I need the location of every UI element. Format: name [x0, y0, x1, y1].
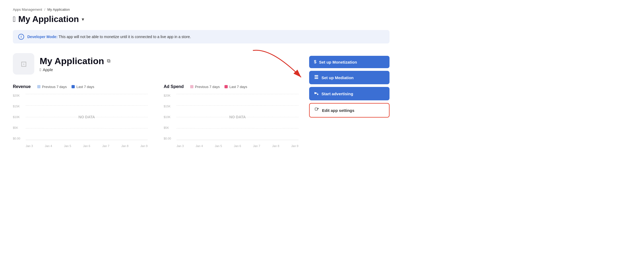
grid-line-4 [26, 128, 148, 129]
adspend-legend-last: Last 7 days [224, 85, 247, 89]
platform-apple-icon:  [40, 67, 41, 72]
adspend-chart-title: Ad Spend [164, 84, 184, 89]
breadcrumb-separator: / [44, 8, 45, 12]
adspend-prev-label: Previous 7 days [195, 85, 220, 89]
adspend-chart-header: Ad Spend Previous 7 days Last 7 days [164, 84, 298, 89]
setup-mediation-button[interactable]: Set up Mediation [309, 71, 390, 84]
adspend-x-jan3: Jan 3 [177, 144, 184, 148]
adspend-y-5k: $5K [164, 126, 175, 129]
adspend-legend: Previous 7 days Last 7 days [190, 85, 247, 89]
platform-name: Apple [43, 67, 53, 72]
revenue-last-label: Last 7 days [76, 85, 94, 89]
charts-row: Revenue Previous 7 days Last 7 days [13, 84, 298, 148]
adspend-y-0: $0.00 [164, 137, 175, 140]
mediation-label: Set up Mediation [321, 75, 354, 80]
revenue-legend-last: Last 7 days [72, 85, 94, 89]
grid-line-1 [26, 94, 148, 94]
external-link-icon[interactable]: ⧉ [107, 58, 110, 64]
adspend-grid-4 [177, 128, 298, 129]
monetization-icon: $ [314, 60, 316, 64]
app-name: My Application ⧉ [40, 56, 110, 66]
revenue-y-5k: $5K [13, 126, 24, 129]
banner-text: Developer Mode: This app will not be abl… [27, 35, 191, 39]
adspend-x-labels: Jan 3 Jan 4 Jan 5 Jan 6 Jan 7 Jan 8 Jan … [177, 144, 298, 148]
adspend-x-jan7: Jan 7 [253, 144, 260, 148]
app-name-text: My Application [40, 56, 104, 66]
adspend-plot-area: NO DATA [177, 94, 298, 140]
adspend-no-data: NO DATA [229, 115, 246, 119]
monetization-label: Set up Monetization [319, 60, 357, 64]
svg-rect-1 [314, 75, 318, 76]
breadcrumb: Apps Management / My Application [13, 8, 390, 12]
svg-rect-3 [314, 78, 318, 79]
app-info-row: ⊡ My Application ⧉  Apple [13, 53, 298, 75]
revenue-chart-header: Revenue Previous 7 days Last 7 days [13, 84, 148, 89]
app-icon-placeholder: ⊡ [21, 60, 27, 68]
breadcrumb-parent[interactable]: Apps Management [13, 8, 42, 12]
actions-section: $ Set up Monetization Set up Mediation [309, 53, 390, 118]
adspend-y-15k: $15K [164, 105, 175, 108]
adspend-chart-canvas: $20K $15K $10K $5K $0.00 NO DATA [164, 94, 298, 148]
revenue-x-labels: Jan 3 Jan 4 Jan 5 Jan 6 Jan 7 Jan 8 Jan … [26, 144, 148, 148]
adspend-chart-section: Ad Spend Previous 7 days Last 7 days [164, 84, 298, 148]
revenue-y-10k: $10K [13, 115, 24, 119]
revenue-y-15k: $15K [13, 105, 24, 108]
app-name-section: My Application ⧉  Apple [40, 56, 110, 72]
revenue-x-jan5: Jan 5 [64, 144, 71, 148]
apple-logo-icon:  [13, 15, 16, 24]
revenue-y-labels: $20K $15K $10K $5K $0.00 [13, 94, 24, 140]
grid-line-2 [26, 105, 148, 106]
advertising-label: Start advertising [321, 91, 353, 96]
revenue-no-data: NO DATA [78, 115, 95, 119]
revenue-y-0: $0.00 [13, 137, 24, 140]
revenue-x-jan6: Jan 6 [83, 144, 90, 148]
revenue-x-jan8: Jan 8 [121, 144, 129, 148]
revenue-legend-prev: Previous 7 days [37, 85, 67, 89]
revenue-x-jan4: Jan 4 [45, 144, 52, 148]
page-title-row:  My Application ▾ [13, 14, 390, 24]
revenue-chart-title: Revenue [13, 84, 31, 89]
edit-icon [314, 107, 319, 113]
revenue-chart-section: Revenue Previous 7 days Last 7 days [13, 84, 148, 148]
adspend-last-dot [224, 85, 228, 88]
adspend-x-jan9: Jan 9 [291, 144, 298, 148]
adspend-grid-2 [177, 105, 298, 106]
breadcrumb-current: My Application [47, 8, 70, 12]
edit-app-settings-button[interactable]: Edit app settings [309, 103, 390, 118]
svg-rect-5 [315, 108, 317, 110]
main-content: ⊡ My Application ⧉  Apple [13, 53, 390, 148]
adspend-grid-1 [177, 94, 298, 94]
mediation-icon [314, 75, 319, 80]
setup-monetization-button[interactable]: $ Set up Monetization [309, 56, 390, 68]
info-icon: ! [18, 34, 24, 40]
revenue-y-20k: $20K [13, 94, 24, 97]
edit-settings-label: Edit app settings [322, 108, 354, 113]
adspend-legend-prev: Previous 7 days [190, 85, 220, 89]
developer-mode-banner: ! Developer Mode: This app will not be a… [13, 30, 390, 43]
revenue-prev-dot [37, 85, 40, 88]
revenue-prev-label: Previous 7 days [42, 85, 67, 89]
revenue-x-jan9: Jan 9 [140, 144, 148, 148]
revenue-legend: Previous 7 days Last 7 days [37, 85, 94, 89]
revenue-last-dot [72, 85, 75, 88]
svg-rect-2 [314, 77, 318, 78]
adspend-last-label: Last 7 days [229, 85, 247, 89]
banner-bold: Developer Mode: [27, 35, 58, 39]
adspend-x-jan4: Jan 4 [196, 144, 203, 148]
adspend-x-jan5: Jan 5 [215, 144, 222, 148]
start-advertising-button[interactable]: Start advertising [309, 87, 390, 100]
app-platform:  Apple [40, 67, 110, 72]
page-title: My Application [18, 14, 79, 24]
banner-message: This app will not be able to monetize un… [58, 35, 191, 39]
revenue-plot-area: NO DATA [26, 94, 148, 140]
adspend-y-labels: $20K $15K $10K $5K $0.00 [164, 94, 175, 140]
adspend-y-20k: $20K [164, 94, 175, 97]
advertising-icon [314, 91, 319, 97]
app-icon-box: ⊡ [13, 53, 34, 75]
adspend-prev-dot [190, 85, 193, 88]
adspend-x-jan8: Jan 8 [272, 144, 279, 148]
svg-rect-4 [317, 94, 318, 95]
revenue-chart-canvas: $20K $15K $10K $5K $0.00 NO DATA [13, 94, 148, 148]
adspend-y-10k: $10K [164, 115, 175, 119]
title-chevron-icon[interactable]: ▾ [82, 16, 84, 22]
